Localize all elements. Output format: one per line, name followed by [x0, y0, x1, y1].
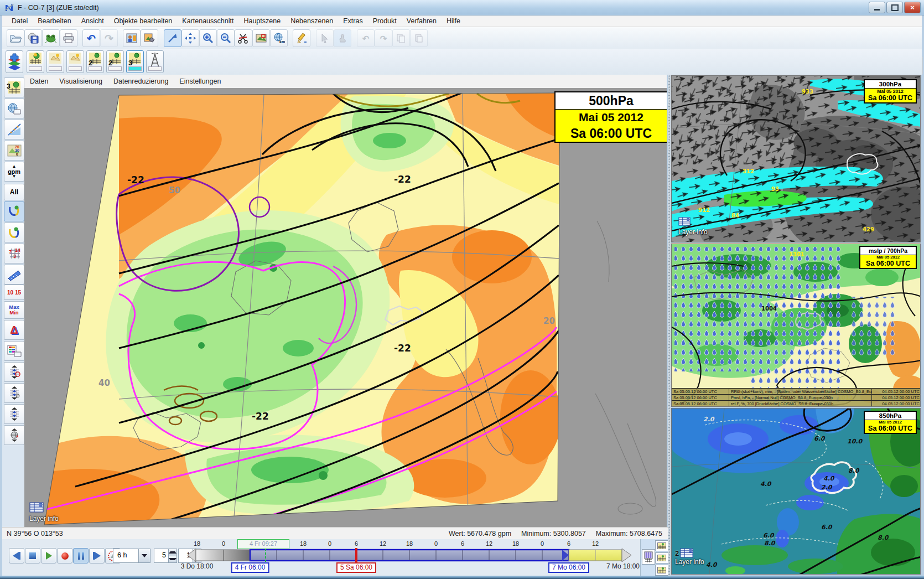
side-scene-300hpa[interactable]: 933 312 93 912 84 429 300hPa Mai 05 2012…: [671, 75, 921, 242]
sidebar-scene3-button[interactable]: 3: [4, 77, 24, 97]
sidebar-globe-import-button[interactable]: [4, 99, 24, 118]
menu-produkt[interactable]: Produkt: [368, 16, 402, 26]
current-time-label[interactable]: 5 Sa 06:00: [336, 562, 376, 573]
pause-button[interactable]: [73, 548, 89, 564]
sidebar-grid-values-button[interactable]: 7314: [4, 244, 24, 263]
link-scene-3-button[interactable]: [655, 565, 668, 576]
export-button[interactable]: [42, 29, 60, 47]
sidebar-curve-edit-button[interactable]: [4, 201, 24, 221]
sidebar-delta-button[interactable]: Δ: [4, 320, 24, 340]
maximize-button[interactable]: [886, 2, 903, 13]
sidebar-grid-step-gear-button[interactable]: [4, 383, 24, 403]
timeline-track[interactable]: [187, 548, 632, 562]
menu-hilfe[interactable]: Hilfe: [442, 16, 465, 26]
menu-verfahren[interactable]: Verfahren: [402, 16, 442, 26]
sidebar-maxmin-button[interactable]: MaxMin: [4, 301, 24, 319]
map-extract-button[interactable]: [252, 29, 270, 47]
sidebar-palette-import-button[interactable]: [4, 341, 24, 361]
spin-down-icon[interactable]: [169, 556, 177, 562]
side-scene-700hpa[interactable]: 1301 1004 1012 mslp / 700hPa Mai 05 2012…: [671, 244, 921, 407]
pan-mode-button[interactable]: [181, 29, 199, 47]
play-icon: [46, 552, 52, 560]
scene-tab-4[interactable]: 2: [86, 50, 104, 73]
range-start-label[interactable]: 4 Fr 06:00: [231, 562, 269, 573]
zoom-in-button[interactable]: [199, 29, 217, 47]
layer-info-control[interactable]: Layer info: [29, 502, 59, 523]
track-start-arrow[interactable]: [188, 549, 196, 562]
scene-export-button[interactable]: [141, 29, 158, 47]
select-object-button[interactable]: [316, 29, 334, 47]
link-scene-1-button[interactable]: [655, 540, 668, 551]
side-scene-850hpa[interactable]: 2.0 6.0 10.0 8.0 4.0 2.0 4.0 6.0 6.0 8.0…: [671, 408, 921, 575]
link-scene-2-button[interactable]: [655, 552, 668, 564]
link-views-button[interactable]: [642, 549, 655, 565]
sidebar-values-button[interactable]: 10 15: [4, 285, 24, 300]
menu-bearbeiten[interactable]: Bearbeiten: [33, 16, 76, 26]
range-end-label[interactable]: 7 Mo 06:00: [548, 562, 589, 573]
sidebar-gpm-level-button[interactable]: ▲gpm▼: [4, 162, 24, 182]
zoom-out-button[interactable]: [217, 29, 235, 47]
open-button[interactable]: [7, 29, 24, 47]
clip-map-button[interactable]: [235, 29, 252, 47]
sidebar-globe-step-button[interactable]: [4, 425, 24, 445]
scene-tab-2[interactable]: [46, 50, 64, 73]
layer-info-control[interactable]: Layer info: [678, 217, 708, 236]
track-past-segment[interactable]: [196, 550, 250, 561]
record-button[interactable]: [57, 548, 72, 564]
track-end-arrow[interactable]: [622, 549, 631, 562]
redo-button[interactable]: ↷: [100, 29, 118, 47]
main-map-scene[interactable]: -22 -22 -22 -22 50 40 20 500hPa Mai 05 2…: [24, 88, 667, 527]
step-back-button[interactable]: [9, 548, 24, 564]
sidebar-all-layers-button[interactable]: All: [4, 184, 24, 200]
spin-up-icon[interactable]: [169, 549, 177, 556]
close-button[interactable]: ×: [904, 2, 921, 13]
menu-objekte-bearbeiten[interactable]: Objekte bearbeiten: [109, 16, 178, 26]
undo-button[interactable]: ↶: [82, 29, 100, 47]
paste-button[interactable]: [410, 29, 428, 47]
radar-scene-button[interactable]: [146, 50, 164, 73]
sidebar-measure-button[interactable]: [4, 265, 24, 285]
draw-button[interactable]: [293, 29, 310, 47]
save-button[interactable]: [24, 29, 42, 47]
scene-tab-3[interactable]: [66, 50, 84, 73]
axis-end-label: 7 Mo 18:00: [606, 562, 640, 570]
menu-hauptszene[interactable]: Hauptszene: [238, 16, 285, 26]
menu-nebenszenen[interactable]: Nebenszenen: [285, 16, 338, 26]
time-step-combobox[interactable]: 6 h: [113, 549, 150, 563]
layer-manager-button[interactable]: [6, 50, 23, 73]
paste-icon: [414, 33, 424, 43]
sidebar-point-values-button[interactable]: 20100: [4, 141, 24, 161]
scene-tab-5[interactable]: 2: [106, 50, 124, 73]
sidebar-cross-section-button[interactable]: [4, 120, 24, 139]
copy-button[interactable]: [392, 29, 410, 47]
menu-kartenausschnitt[interactable]: Kartenausschnitt: [177, 16, 238, 26]
sidebar-grid-step-red-button[interactable]: [4, 362, 24, 382]
print-button[interactable]: [60, 29, 77, 47]
sidebar-grid-step-button[interactable]: [4, 404, 24, 424]
scale-button[interactable]: km: [270, 29, 288, 47]
combobox-dropdown-button[interactable]: [138, 549, 150, 562]
scene-menu-einstellungen[interactable]: Einstellungen: [174, 76, 226, 86]
scene-menu-bar: Daten Visualisierung Datenreduzierung Ei…: [24, 75, 667, 89]
scene-menu-datenreduzierung[interactable]: Datenreduzierung: [108, 76, 174, 86]
scene-image-button[interactable]: [123, 29, 141, 47]
pointer-mode-button[interactable]: [164, 29, 181, 47]
play-button[interactable]: [41, 548, 56, 564]
stop-button[interactable]: [25, 548, 40, 564]
scene-tab-6-active[interactable]: 3: [126, 50, 144, 73]
scene-menu-daten[interactable]: Daten: [24, 76, 54, 86]
minimize-button[interactable]: [869, 2, 885, 13]
scene-tab-1[interactable]: [27, 50, 44, 73]
menu-datei[interactable]: Datei: [7, 16, 33, 26]
menu-extras[interactable]: Extras: [338, 16, 367, 26]
sidebar-curve-tool-button[interactable]: [4, 223, 24, 242]
object-undo-button[interactable]: ↶: [357, 29, 375, 47]
step-forward-button[interactable]: [89, 548, 105, 564]
grab-object-button[interactable]: [334, 29, 351, 47]
layer-info-control[interactable]: 2 Layer info: [675, 548, 704, 566]
current-time-marker[interactable]: [355, 548, 357, 562]
frame-count-spinner[interactable]: 5: [154, 549, 177, 563]
scene-menu-visualisierung[interactable]: Visualisierung: [54, 76, 108, 86]
object-redo-button[interactable]: ↷: [375, 29, 392, 47]
menu-ansicht[interactable]: Ansicht: [76, 16, 109, 26]
